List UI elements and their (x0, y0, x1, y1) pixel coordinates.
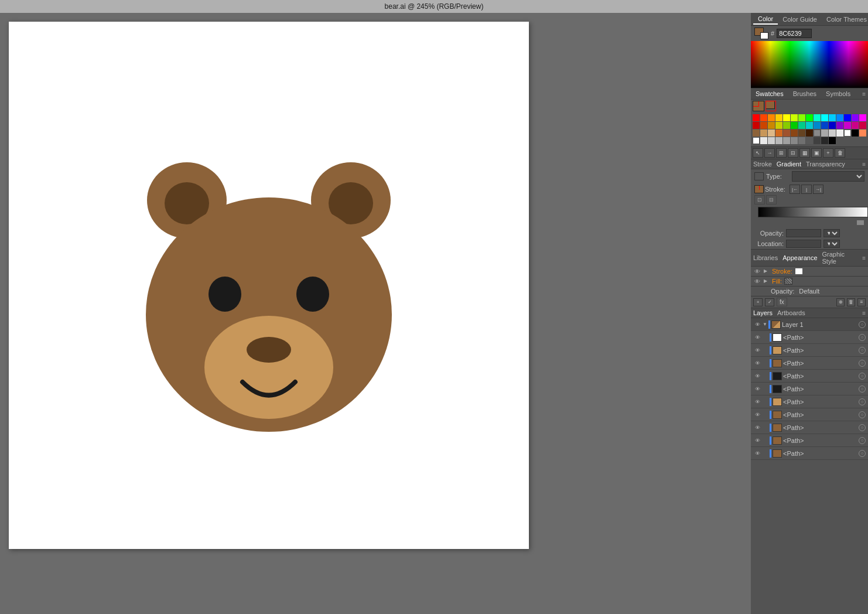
swatch-cell[interactable] (836, 122, 843, 129)
location-select[interactable]: ▼ (823, 240, 840, 248)
swatch-cell[interactable] (753, 122, 760, 129)
swatch-tool-add[interactable]: + (823, 148, 833, 158)
swatch-cell[interactable] (791, 137, 798, 144)
tab-appearance[interactable]: Appearance (782, 254, 817, 261)
tab-libraries[interactable]: Libraries (753, 254, 778, 261)
swatch-tool-grid4[interactable]: ▣ (811, 148, 822, 158)
path-3-swatch[interactable] (773, 359, 782, 367)
swatch-cell[interactable] (859, 129, 866, 137)
swatch-cell[interactable] (775, 122, 782, 129)
layer-path-6[interactable]: 👁 <Path> ○ (751, 395, 868, 408)
swatch-cell[interactable] (798, 122, 805, 129)
tab-color-guide[interactable]: Color Guide (778, 15, 822, 24)
gradient-align-btn2[interactable]: ⊟ (766, 195, 777, 204)
swatch-cell[interactable] (821, 122, 828, 129)
swatch-cell[interactable] (775, 114, 782, 121)
tab-stroke[interactable]: Stroke (753, 161, 772, 168)
appearance-delete-btn[interactable]: 🗑 (847, 298, 855, 306)
path-8-swatch[interactable] (773, 424, 782, 432)
path-9-swatch[interactable] (773, 436, 782, 445)
swatch-cell[interactable] (844, 114, 851, 121)
swatches-list-icon[interactable]: ≡ (862, 91, 866, 97)
swatch-tool-grid3[interactable]: ▦ (799, 148, 810, 158)
swatch-cell[interactable] (760, 129, 767, 137)
swatch-cell[interactable] (814, 137, 821, 144)
layer-1-expand[interactable]: ▼ (763, 322, 767, 327)
path-10-swatch[interactable] (773, 449, 782, 458)
appearance-add-btn[interactable]: + (753, 298, 763, 306)
tab-brushes[interactable]: Brushes (791, 90, 819, 98)
gradient-stop-indicator[interactable] (856, 220, 864, 226)
swatch-cell[interactable] (859, 114, 866, 121)
path-2-eye[interactable]: 👁 (753, 346, 761, 354)
swatch-cell[interactable] (814, 122, 821, 129)
path-4-eye[interactable]: 👁 (753, 372, 761, 380)
path-9-target[interactable]: ○ (859, 437, 866, 444)
swatch-cell[interactable] (806, 137, 813, 144)
swatch-cell[interactable] (760, 137, 767, 144)
path-2-target[interactable]: ○ (859, 347, 866, 354)
layer-1-eye[interactable]: 👁 (753, 320, 761, 329)
swatch-cell[interactable] (768, 122, 775, 129)
swatch-cell[interactable] (753, 129, 760, 137)
swatch-cell[interactable] (821, 114, 828, 121)
appearance-stroke-swatch[interactable] (795, 268, 803, 275)
path-6-eye[interactable]: 👁 (753, 398, 761, 406)
swatch-cell[interactable] (768, 129, 775, 137)
gradient-swatch[interactable] (754, 172, 764, 180)
path-1-eye[interactable]: 👁 (753, 333, 761, 342)
layer-path-8[interactable]: 👁 <Path> ○ (751, 421, 868, 434)
path-1-target[interactable]: ○ (859, 334, 866, 341)
appearance-fill-swatch[interactable] (784, 278, 792, 285)
path-6-target[interactable]: ○ (859, 398, 866, 405)
tab-artboards[interactable]: Artboards (777, 309, 805, 316)
color-swatch-pair[interactable] (754, 28, 768, 39)
swatch-cell[interactable] (791, 114, 798, 121)
swatch-cell[interactable] (852, 122, 859, 129)
path-10-target[interactable]: ○ (859, 450, 866, 457)
swatch-cell[interactable] (829, 137, 836, 144)
swatch-tool-arrow[interactable]: → (764, 148, 775, 158)
swatch-cell[interactable] (806, 114, 813, 121)
layer-path-9[interactable]: 👁 <Path> ○ (751, 434, 868, 447)
location-slider[interactable] (786, 240, 821, 248)
swatch-cell[interactable] (806, 122, 813, 129)
path-5-target[interactable]: ○ (859, 386, 866, 393)
path-4-target[interactable]: ○ (859, 373, 866, 380)
swatch-cell[interactable] (798, 129, 805, 137)
path-10-eye[interactable]: 👁 (753, 449, 761, 458)
path-9-eye[interactable]: 👁 (753, 436, 761, 445)
gradient-bar[interactable] (758, 207, 868, 217)
swatch-cell[interactable] (791, 122, 798, 129)
stroke-swatch-row[interactable] (754, 185, 764, 193)
canvas-area[interactable] (0, 13, 751, 614)
swatch-cell[interactable] (829, 122, 836, 129)
swatch-tool-delete[interactable]: 🗑 (835, 148, 845, 158)
opacity-select[interactable]: ▼ (823, 229, 840, 237)
swatch-cell[interactable] (791, 129, 798, 137)
tab-transparency[interactable]: Transparency (806, 161, 845, 168)
layer-path-7[interactable]: 👁 <Path> ○ (751, 408, 868, 421)
path-8-eye[interactable]: 👁 (753, 424, 761, 432)
appearance-eye-fill[interactable]: 👁 (753, 278, 761, 285)
swatch-cell[interactable] (760, 114, 767, 121)
swatch-cell[interactable] (821, 137, 828, 144)
path-1-swatch[interactable] (773, 333, 782, 342)
hex-input[interactable] (777, 29, 812, 38)
swatch-cell[interactable] (852, 129, 859, 137)
opacity-slider[interactable] (786, 229, 821, 237)
stroke-align-inside[interactable]: |← (790, 185, 800, 194)
path-5-eye[interactable]: 👁 (753, 385, 761, 393)
layer-path-10[interactable]: 👁 <Path> ○ (751, 447, 868, 460)
gradient-menu-icon[interactable]: ≡ (862, 161, 866, 168)
swatch-cell[interactable] (844, 129, 851, 137)
swatch-cell[interactable] (829, 114, 836, 121)
tab-symbols[interactable]: Symbols (823, 90, 853, 98)
layer-1-target[interactable]: ○ (859, 321, 866, 328)
path-7-eye[interactable]: 👁 (753, 411, 761, 419)
swatch-cell[interactable] (783, 137, 790, 144)
swatch-tool-cursor[interactable]: ↖ (753, 148, 763, 158)
tab-color[interactable]: Color (753, 14, 778, 25)
path-7-target[interactable]: ○ (859, 411, 866, 418)
swatch-cell[interactable] (753, 137, 760, 144)
